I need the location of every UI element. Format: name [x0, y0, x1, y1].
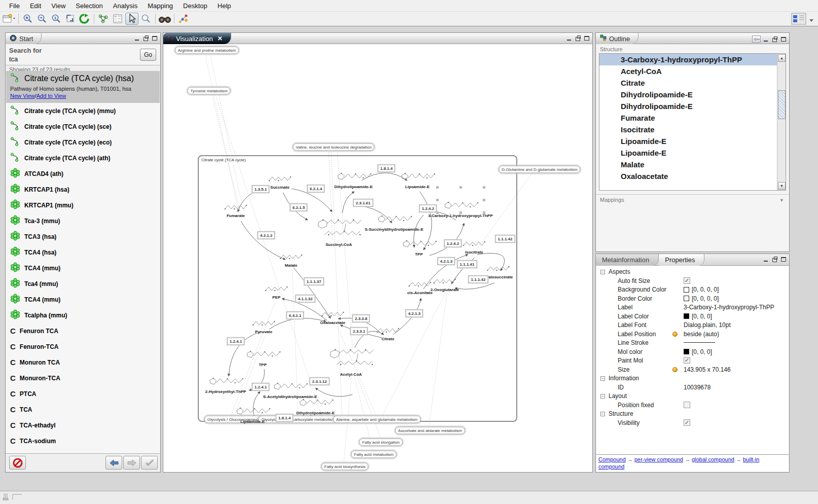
zoom-one-icon[interactable]: 1 [50, 13, 63, 25]
result-item[interactable]: TCA4 (mmu) [6, 292, 160, 307]
result-item[interactable]: TCA3 (hsa) [6, 229, 160, 244]
result-item[interactable]: CMonuron TCA [6, 354, 160, 370]
compound-node[interactable]: Acetyl-CoA [327, 347, 375, 377]
menu-analysis[interactable]: Analysis [108, 1, 143, 11]
enzyme-node[interactable]: 6.4.1.1 [287, 312, 304, 319]
enzyme-node[interactable]: 1.8.1.4 [276, 414, 293, 422]
compound-node[interactable]: S-Acetyldihydrolipoamide-E [263, 381, 317, 399]
external-pathway-node[interactable]: Tyrosine metabolism [187, 87, 230, 95]
binoculars-icon[interactable] [158, 13, 171, 25]
float-icon[interactable] [575, 35, 581, 41]
scrollbar-thumb[interactable] [778, 90, 786, 119]
outline-item[interactable]: Acetyl-CoA [599, 65, 786, 77]
enzyme-node[interactable]: 1.8.1.4 [378, 165, 395, 172]
compound-node[interactable]: Malate [279, 253, 303, 268]
enzyme-node[interactable]: 6.2.1.4 [307, 185, 325, 193]
external-pathway-node[interactable]: Fatty acid elongation [359, 439, 403, 446]
outline-tab[interactable]: Outline [596, 33, 638, 44]
outline-item[interactable]: Lipoamide-E [599, 135, 786, 147]
selection-handle[interactable] [436, 199, 439, 201]
compound-node[interactable]: S-Succinyldihydrolipoamide-E [365, 214, 423, 232]
compound-node[interactable]: Dihydrolipoamide-E [296, 398, 335, 415]
outline-panel-header[interactable]: Outline [596, 33, 789, 44]
dropdown-arrow-icon[interactable] [809, 15, 814, 24]
compound-node[interactable]: Dihydrolipoamide-E [334, 171, 373, 189]
result-item[interactable]: CMonuron-TCA [6, 370, 160, 386]
enzyme-node[interactable]: 2.3.3.8 [352, 315, 370, 322]
minimize-icon[interactable] [763, 37, 769, 42]
property-section[interactable]: −Structure [596, 410, 789, 419]
property-section[interactable]: −Layout [596, 392, 789, 401]
enzyme-node[interactable]: 2.3.3.1 [350, 328, 368, 335]
scope-link[interactable]: Compound [598, 456, 626, 462]
external-pathway-node[interactable]: Ascorbate and aldarate metabolism [395, 427, 465, 435]
outline-item[interactable]: Citrate [599, 77, 786, 89]
result-item[interactable]: TCA4 (hsa) [6, 244, 160, 260]
magnifier-icon[interactable] [139, 13, 153, 25]
checkbox[interactable]: ✓ [684, 357, 690, 364]
result-item[interactable]: Citrate cycle (TCA cycle) (mmu) [6, 103, 160, 119]
enzyme-node[interactable]: 1.2.4.1 [227, 338, 244, 345]
outline-scrollbar[interactable]: ▲ ▼ [777, 54, 786, 190]
refresh-icon[interactable] [78, 13, 91, 25]
enzyme-node[interactable]: 2.3.1.61 [353, 199, 373, 207]
add-to-view-link[interactable]: Add to View [37, 93, 66, 99]
scroll-down-icon[interactable]: ▼ [778, 182, 786, 190]
compound-node[interactable]: Citrate [376, 327, 400, 341]
maximize-icon[interactable] [152, 35, 158, 41]
collapse-icon[interactable]: − [600, 376, 605, 381]
close-icon[interactable]: ✕ [218, 35, 223, 42]
external-pathway-node[interactable]: D-Glutamine and D-glutamate metabolism [499, 166, 580, 173]
external-pathway-node[interactable]: Arginine and proline metabolism [175, 47, 239, 54]
compound-node[interactable]: Succinyl-CoA [314, 217, 363, 247]
result-item[interactable]: KRTCAP1 (hsa) [6, 182, 160, 197]
new-window-icon[interactable] [3, 13, 16, 25]
selection-handle[interactable] [459, 186, 462, 189]
minimize-icon[interactable] [566, 35, 573, 41]
checkbox[interactable]: ✓ [684, 277, 690, 284]
compound-node[interactable]: TPP [244, 349, 281, 367]
go-button[interactable]: Go [140, 49, 156, 61]
maximize-icon[interactable] [780, 37, 787, 42]
property-section[interactable]: −Aspects [596, 268, 789, 277]
float-icon[interactable] [143, 35, 149, 41]
enzyme-node[interactable]: 6.2.1.5 [290, 204, 307, 211]
enzyme-node[interactable]: 1.2.4.1 [252, 383, 269, 391]
minimize-icon[interactable] [134, 35, 140, 41]
enzyme-node[interactable]: 4.1.1.32 [296, 295, 315, 303]
stop-button[interactable] [9, 456, 26, 470]
confirm-button[interactable] [141, 456, 158, 470]
selection-handle[interactable] [459, 211, 462, 214]
maximize-icon[interactable] [780, 257, 787, 262]
enzyme-node[interactable]: 1.3.5.1 [252, 186, 269, 193]
scope-link[interactable]: global compound [692, 456, 734, 462]
collapse-icon[interactable]: − [600, 394, 605, 399]
result-item[interactable]: CTCA-ethadyl [6, 417, 160, 433]
menu-desktop[interactable]: Desktop [178, 1, 212, 11]
enzyme-node[interactable]: 4.2.1.3 [438, 258, 455, 265]
tab-metainformation[interactable]: Metainformation [596, 254, 659, 266]
start-tab[interactable]: Start [6, 33, 42, 44]
checkbox[interactable]: ✓ [684, 419, 690, 426]
line-stroke-preview[interactable] [684, 342, 715, 343]
color-swatch[interactable] [684, 287, 689, 293]
mappings-collapse-icon[interactable]: ▼ [779, 198, 784, 203]
result-item[interactable]: TCA4 (mmu) [6, 260, 160, 276]
new-view-link[interactable]: New View [10, 93, 35, 99]
visualization-panel-header[interactable]: Visualization ✕ [163, 33, 592, 44]
compound-node[interactable]: Fumarate [224, 203, 247, 218]
cursor-icon[interactable] [125, 13, 138, 25]
result-item[interactable]: CFenuron-TCA [6, 339, 160, 354]
maximize-icon[interactable] [584, 35, 590, 41]
scope-link[interactable]: per-view compound [634, 456, 683, 462]
compound-node[interactable]: Lipoamide-E [234, 406, 271, 424]
enzyme-node[interactable]: 1.1.1.42 [469, 276, 488, 283]
compound-node[interactable]: PEP [265, 285, 288, 300]
scroll-up-icon[interactable]: ▲ [778, 54, 786, 62]
enzyme-node[interactable]: 1.2.4.2 [444, 240, 461, 247]
compound-node[interactable]: TPP [401, 239, 437, 257]
outline-item[interactable]: Fumarate [599, 112, 786, 124]
forward-button[interactable] [123, 456, 140, 470]
menu-view[interactable]: View [46, 1, 70, 11]
compound-node[interactable]: cis-Aconitate [407, 280, 433, 295]
